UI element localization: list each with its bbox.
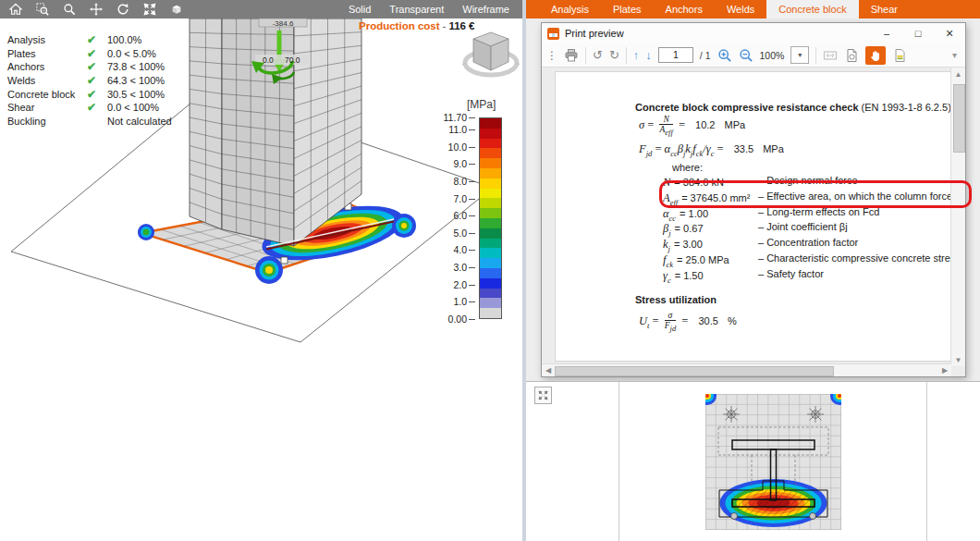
close-button[interactable]: × xyxy=(934,23,965,43)
check-row: Shear ✔ 0.0 < 100% xyxy=(7,101,172,115)
check-label: Buckling xyxy=(7,116,87,127)
horizontal-scrollbar[interactable]: ◀ ▶ xyxy=(542,363,951,376)
check-row: Welds ✔ 64.3 < 100% xyxy=(7,74,172,88)
scroll-down-icon[interactable]: ▼ xyxy=(951,353,965,366)
maximize-button[interactable]: □ xyxy=(902,23,934,43)
page-total: / 1 xyxy=(700,50,711,61)
hand-pan-icon[interactable] xyxy=(865,46,886,65)
preview-side-cell xyxy=(927,382,980,541)
scroll-left-icon[interactable]: ◀ xyxy=(542,364,555,376)
toolbar-separator xyxy=(585,47,586,64)
fjd-formula: Fjd = αccβjkjfck/γc = 33.5 MPa xyxy=(639,142,784,158)
print-icon[interactable] xyxy=(564,48,579,63)
vertical-scrollbar[interactable]: ▲ ▼ xyxy=(950,68,965,366)
result-tab[interactable]: Shear xyxy=(859,0,910,18)
check-pass-icon: ✔ xyxy=(87,76,107,85)
utilization-heading: Stress utilization xyxy=(635,294,717,305)
page-number-input[interactable]: 1 xyxy=(658,47,693,63)
result-tabs: AnalysisPlatesAnchorsWeldsConcrete block… xyxy=(526,0,980,18)
export-icon[interactable] xyxy=(892,48,907,63)
zoom-level: 100% xyxy=(760,50,785,61)
print-preview-window: Print preview – □ × ⋮ ↺ ↻ ↑ ↓ 1 / 1 100%… xyxy=(541,22,966,377)
viewport-toolbar: SolidTransparentWireframe xyxy=(0,0,522,18)
check-value: 100.0% xyxy=(107,34,172,45)
result-tab[interactable]: Concrete block xyxy=(766,0,858,18)
production-cost: Production cost-116 € xyxy=(359,20,475,31)
window-title: Print preview xyxy=(565,28,624,39)
result-tab[interactable]: Analysis xyxy=(539,0,601,18)
check-value: 0.0 < 5.0% xyxy=(107,48,172,59)
result-tab[interactable]: Plates xyxy=(601,0,654,18)
zoom-out-icon[interactable] xyxy=(739,48,753,63)
check-row: Anchors ✔ 73.8 < 100% xyxy=(7,60,172,74)
pan-icon[interactable] xyxy=(90,3,103,16)
zoom-window-icon[interactable] xyxy=(36,3,49,16)
scroll-up-icon[interactable]: ▲ xyxy=(951,68,965,80)
stress-color-legend: 11.7011.010.09.08.07.06.05.04.03.02.01.0… xyxy=(427,117,516,319)
svg-text:-384.6: -384.6 xyxy=(273,19,294,28)
moment-value-2: 70.0 xyxy=(285,55,300,65)
scroll-right-icon[interactable]: ▶ xyxy=(938,364,951,376)
page-setup-icon[interactable] xyxy=(844,48,859,63)
undo-icon[interactable]: ↺ xyxy=(593,48,603,62)
stress-plot-image xyxy=(705,394,841,530)
where-row: αcc= 1.00 – Long-term effects on Fcd xyxy=(663,204,750,220)
zoom-icon[interactable] xyxy=(63,3,76,16)
home-icon[interactable] xyxy=(9,3,22,16)
check-row: Buckling ✔ Not calculated xyxy=(7,115,172,129)
fit-view-icon[interactable] xyxy=(143,3,156,16)
where-row: Aeff= 37645.0 mm² – Effective area, on w… xyxy=(663,189,750,204)
check-value: 73.8 < 100% xyxy=(107,61,172,72)
column-web-plate xyxy=(222,18,294,246)
toolbar-separator xyxy=(815,47,816,64)
check-value: Not calculated xyxy=(107,116,172,127)
check-pass-icon: ✔ xyxy=(87,35,107,44)
zoom-dropdown-icon[interactable]: ▾ xyxy=(790,46,809,64)
where-row: kj= 3.00 – Concentration factor xyxy=(663,235,750,251)
fit-width-icon xyxy=(823,48,838,63)
check-row: Plates ✔ 0.0 < 5.0% xyxy=(7,47,172,61)
window-title-bar[interactable]: Print preview – □ × xyxy=(542,23,965,44)
report-preview-section xyxy=(526,381,980,541)
app-icon xyxy=(547,28,559,40)
check-label: Anchors xyxy=(7,61,87,72)
where-row: γc= 1.50 – Safety factor xyxy=(663,266,750,282)
legend-unit: [MPa] xyxy=(467,98,496,111)
zoom-in-icon[interactable] xyxy=(717,48,732,63)
scrollbar-thumb[interactable] xyxy=(555,366,834,376)
sigma-formula: σ = NAeff = 10.2 MPa xyxy=(639,115,745,138)
rotate-icon[interactable] xyxy=(116,3,129,16)
production-cost-separator: - xyxy=(440,20,449,31)
result-tab[interactable]: Welds xyxy=(715,0,766,18)
scrollbar-thumb[interactable] xyxy=(953,84,965,153)
document-page: Concrete block compressive resistance ch… xyxy=(555,71,951,362)
redo-icon[interactable]: ↻ xyxy=(609,48,619,62)
anchor xyxy=(281,257,288,264)
result-tab[interactable]: Anchors xyxy=(654,0,715,18)
next-page-icon[interactable]: ↓ xyxy=(645,49,652,61)
where-row: fck= 25.0 MPa – Characteristic compressi… xyxy=(663,251,750,266)
navigation-cube[interactable] xyxy=(462,24,520,89)
minimize-button[interactable]: – xyxy=(871,23,902,43)
check-label: Plates xyxy=(7,48,87,59)
print-preview-toolbar: ⋮ ↺ ↻ ↑ ↓ 1 / 1 100% ▾ ▾ xyxy=(542,43,965,68)
where-row: N= 384.6 kN – Design normal force xyxy=(663,173,750,189)
moment-value-1: 0.0 xyxy=(263,55,274,65)
utilization-formula: Ut = σFjd = 30.5 % xyxy=(639,311,737,334)
check-pass-icon: ✔ xyxy=(87,103,107,112)
previous-page-icon[interactable]: ↑ xyxy=(633,49,640,61)
toolbar-grip[interactable]: ⋮ xyxy=(546,49,557,62)
legend-labels: 11.7011.010.09.08.07.06.05.04.03.02.01.0… xyxy=(427,117,475,319)
check-label: Shear xyxy=(7,102,87,113)
overflow-icon[interactable]: ▾ xyxy=(952,50,961,60)
view-mode-button[interactable]: Solid xyxy=(349,4,371,15)
check-pass-icon: ✔ xyxy=(87,62,107,71)
view-mode-button[interactable]: Wireframe xyxy=(462,4,509,15)
expand-preview-button[interactable] xyxy=(534,387,552,404)
check-row: Analysis ✔ 100.0% xyxy=(7,33,172,47)
check-value: 64.3 < 100% xyxy=(107,75,172,86)
where-label: where: xyxy=(672,162,703,173)
view-mode-button[interactable]: Transparent xyxy=(389,4,444,15)
view-mode-switch: SolidTransparentWireframe xyxy=(349,4,522,15)
solid-box-icon[interactable] xyxy=(170,3,183,16)
